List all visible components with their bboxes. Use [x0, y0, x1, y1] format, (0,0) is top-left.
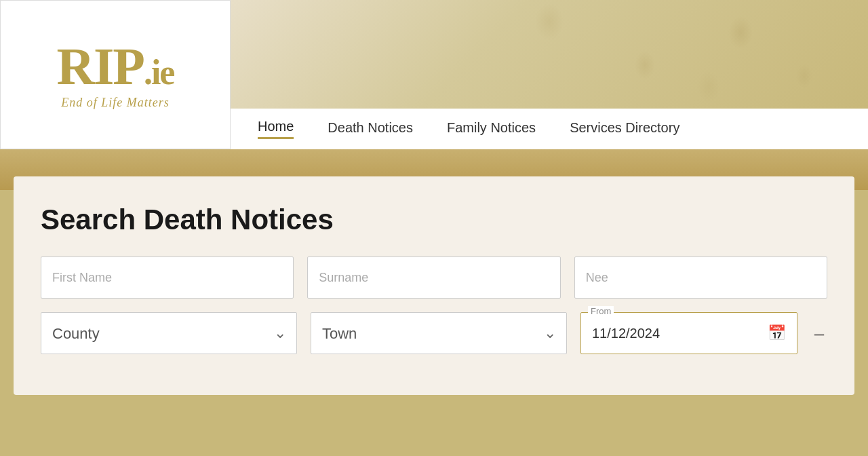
search-row-2: County ⌄ Town ⌄ From 11/12/2024 📅 –: [41, 312, 827, 354]
main-content: Search Death Notices County ⌄ Town ⌄ Fro…: [14, 176, 854, 395]
county-select-wrapper: County ⌄: [41, 312, 297, 354]
surname-input[interactable]: [307, 256, 560, 299]
logo-section: RIP.ie End of Life Matters: [0, 0, 231, 149]
from-date-value[interactable]: 11/12/2024: [592, 326, 768, 341]
town-select[interactable]: Town: [311, 312, 567, 354]
from-label: From: [588, 306, 614, 316]
date-range-dash: –: [811, 322, 827, 344]
logo-tagline: End of Life Matters: [61, 96, 170, 110]
first-name-input[interactable]: [41, 256, 294, 299]
calendar-icon[interactable]: 📅: [768, 324, 786, 342]
from-date-wrapper[interactable]: From 11/12/2024 📅: [580, 312, 797, 354]
town-select-wrapper: Town ⌄: [311, 312, 567, 354]
county-select[interactable]: County: [41, 312, 297, 354]
nav-bar: Home Death Notices Family Notices Servic…: [231, 109, 868, 149]
date-input-inner: 11/12/2024 📅: [581, 313, 797, 354]
nav-section: Home Death Notices Family Notices Servic…: [231, 0, 868, 149]
page-title: Search Death Notices: [41, 204, 827, 236]
logo-ie-text: .ie: [144, 53, 174, 92]
nav-item-services-directory[interactable]: Services Directory: [570, 120, 679, 138]
nav-item-home[interactable]: Home: [258, 119, 294, 139]
search-row-1: [41, 256, 827, 299]
nav-background-decoration: [231, 0, 868, 109]
logo-rip-text: RIP: [57, 37, 144, 96]
nee-input[interactable]: [574, 256, 827, 299]
nav-item-death-notices[interactable]: Death Notices: [328, 120, 413, 138]
header: RIP.ie End of Life Matters Home Death No…: [0, 0, 868, 149]
logo[interactable]: RIP.ie: [57, 40, 174, 93]
nav-item-family-notices[interactable]: Family Notices: [447, 120, 536, 138]
